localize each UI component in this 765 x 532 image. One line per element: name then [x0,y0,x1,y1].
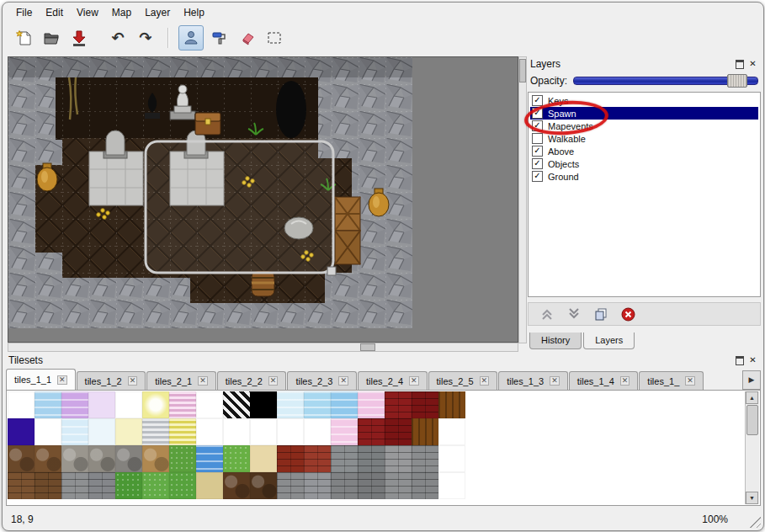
tab-close-icon[interactable]: ✕ [128,376,138,386]
tileset-scrollbar[interactable]: ▲ ▼ [745,391,759,504]
tileset-tab-tiles_1_1[interactable]: tiles_1_1✕ [6,369,76,390]
tile-1-3[interactable] [88,418,115,445]
tile-2-10[interactable] [277,445,304,472]
layer-visibility-checkbox[interactable] [532,133,543,144]
tile-3-0[interactable] [8,472,35,499]
tile-1-12[interactable] [331,418,358,445]
tile-1-4[interactable] [115,418,142,445]
map-canvas[interactable] [8,56,518,343]
eraser-tool-button[interactable] [234,25,259,51]
tile-3-11[interactable] [304,472,331,499]
duplicate-layer-button[interactable] [594,307,608,321]
tile-2-5[interactable] [142,445,169,472]
tile-0-3[interactable] [88,391,115,418]
panel-tab-history[interactable]: History [529,332,582,349]
tile-3-13[interactable] [358,472,385,499]
tile-3-16[interactable] [438,472,465,499]
tile-2-14[interactable] [385,445,412,472]
tile-1-2[interactable] [61,418,88,445]
tile-0-9[interactable] [250,391,277,418]
opacity-slider[interactable] [573,77,758,85]
tile-0-7[interactable] [196,391,223,418]
tile-1-8[interactable] [223,418,250,445]
tile-2-4[interactable] [115,445,142,472]
tile-2-9[interactable] [250,445,277,472]
tab-close-icon[interactable]: ✕ [620,376,630,386]
layer-row-above[interactable]: ✓Above [530,145,758,157]
redo-button[interactable]: ↷ [133,25,158,51]
tile-3-6[interactable] [169,472,196,499]
tile-1-11[interactable] [304,418,331,445]
tile-1-1[interactable] [35,418,61,445]
tileset-scroll-thumb[interactable] [746,405,758,435]
tile-1-14[interactable] [385,418,412,445]
scroll-up-button[interactable]: ▲ [746,391,758,404]
tile-3-9[interactable] [250,472,277,499]
tileset-tab-tiles_2_5[interactable]: tiles_2_5✕ [428,371,498,390]
panel-close-button[interactable]: ✕ [747,59,758,69]
menu-item-help[interactable]: Help [177,4,211,21]
raise-layer-button[interactable] [540,307,554,321]
map-horizontal-scrollbar[interactable] [8,343,518,352]
tile-0-8[interactable] [223,391,250,418]
tile-1-13[interactable] [358,418,385,445]
tile-1-0[interactable] [8,418,35,445]
vscroll-thumb[interactable] [519,59,526,82]
menu-item-view[interactable]: View [70,4,105,21]
map-vertical-scrollbar[interactable] [518,56,527,343]
tile-3-10[interactable] [277,472,304,499]
tileset-tab-tiles_2_4[interactable]: tiles_2_4✕ [358,371,428,390]
layer-visibility-checkbox[interactable]: ✓ [532,171,543,182]
menu-item-file[interactable]: File [9,4,39,21]
tile-3-4[interactable] [115,472,142,499]
tile-3-3[interactable] [88,472,115,499]
tile-3-15[interactable] [412,472,438,499]
panel-tab-layers[interactable]: Layers [583,332,635,349]
stamp-tool-button[interactable] [178,25,204,51]
opacity-slider-handle[interactable] [727,74,747,88]
lower-layer-button[interactable] [567,307,581,321]
menu-item-layer[interactable]: Layer [138,4,177,21]
tile-2-3[interactable] [88,445,115,472]
tile-0-16[interactable] [438,391,465,418]
tileset-tab-tiles_1_4[interactable]: tiles_1_4✕ [569,371,639,390]
tile-0-11[interactable] [304,391,331,418]
tab-close-icon[interactable]: ✕ [550,376,560,386]
tile-2-11[interactable] [304,445,331,472]
layer-row-ground[interactable]: ✓Ground [530,170,758,183]
tile-1-15[interactable] [412,418,438,445]
scroll-down-button[interactable]: ▼ [746,492,758,504]
tab-close-icon[interactable]: ✕ [198,376,208,386]
tab-close-icon[interactable]: ✕ [338,376,348,386]
tileset-tab-tiles_1_[interactable]: tiles_1_✕ [639,371,703,390]
tile-0-13[interactable] [358,391,385,418]
tile-1-6[interactable] [169,418,196,445]
tile-2-6[interactable] [169,445,196,472]
layer-visibility-checkbox[interactable]: ✓ [532,95,543,106]
tile-0-4[interactable] [115,391,142,418]
layer-visibility-checkbox[interactable]: ✓ [532,120,543,131]
tile-3-1[interactable] [35,472,61,499]
tile-0-2[interactable] [61,391,88,418]
panel-detach-button[interactable] [734,59,745,69]
delete-layer-button[interactable] [621,307,635,322]
layer-row-spawn[interactable]: ✓Spawn [530,107,758,120]
tile-1-10[interactable] [277,418,304,445]
select-tool-button[interactable] [262,25,287,51]
tile-0-5[interactable] [142,391,169,418]
new-file-button[interactable] [11,25,36,51]
layer-visibility-checkbox[interactable]: ✓ [532,158,543,169]
tab-close-icon[interactable]: ✕ [685,376,695,386]
tab-close-icon[interactable]: ✕ [409,376,419,386]
panel-close-button[interactable]: ✕ [747,355,758,365]
tile-3-5[interactable] [142,472,169,499]
tile-1-16[interactable] [438,418,465,445]
tileset-tab-tiles_2_2[interactable]: tiles_2_2✕ [217,371,287,390]
layer-row-objects[interactable]: ✓Objects [530,157,758,170]
tab-close-icon[interactable]: ✕ [480,376,490,386]
tab-close-icon[interactable]: ✕ [268,376,279,386]
tile-3-8[interactable] [223,472,250,499]
save-button[interactable] [66,25,92,51]
tile-1-9[interactable] [250,418,277,445]
tileset-view[interactable]: ▲ ▼ [6,390,761,506]
